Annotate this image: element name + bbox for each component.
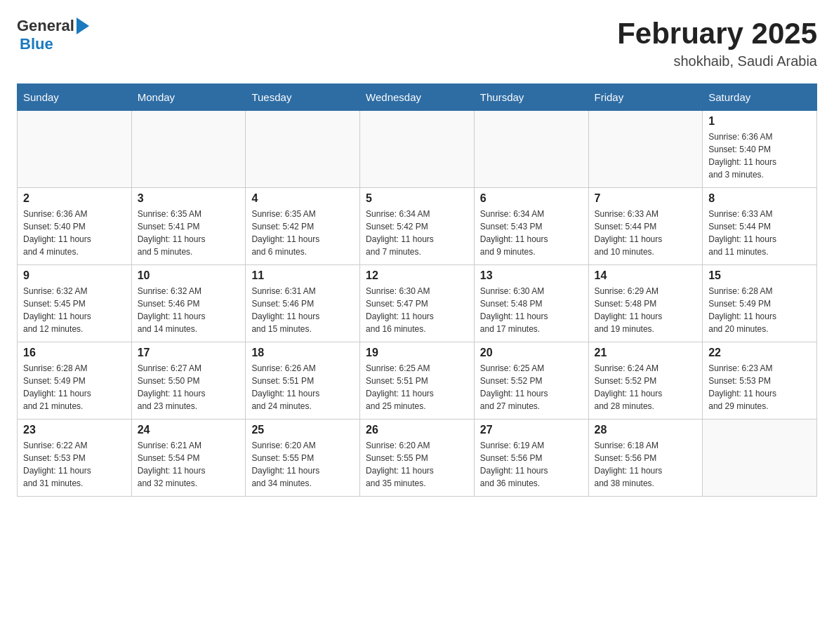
calendar-cell: 10Sunrise: 6:32 AM Sunset: 5:46 PM Dayli… [131,265,246,342]
calendar-cell: 6Sunrise: 6:34 AM Sunset: 5:43 PM Daylig… [474,188,588,265]
day-info: Sunrise: 6:24 AM Sunset: 5:52 PM Dayligh… [595,362,697,412]
calendar-cell: 27Sunrise: 6:19 AM Sunset: 5:56 PM Dayli… [474,420,588,497]
day-number: 10 [138,269,240,282]
day-info: Sunrise: 6:34 AM Sunset: 5:42 PM Dayligh… [366,208,468,258]
day-info: Sunrise: 6:30 AM Sunset: 5:47 PM Dayligh… [366,285,468,335]
calendar-cell [588,111,703,188]
day-number: 6 [480,192,583,205]
day-number: 3 [138,192,240,205]
day-number: 8 [708,192,811,205]
day-info: Sunrise: 6:30 AM Sunset: 5:48 PM Dayligh… [480,285,583,335]
day-number: 16 [23,347,126,359]
calendar-cell: 13Sunrise: 6:30 AM Sunset: 5:48 PM Dayli… [474,265,588,342]
day-info: Sunrise: 6:34 AM Sunset: 5:43 PM Dayligh… [480,208,583,258]
day-info: Sunrise: 6:32 AM Sunset: 5:45 PM Dayligh… [23,285,126,335]
day-number: 9 [23,269,126,282]
calendar-cell: 11Sunrise: 6:31 AM Sunset: 5:46 PM Dayli… [246,265,360,342]
month-title: February 2025 [617,17,817,51]
day-number: 23 [23,424,126,436]
weekday-header-thursday: Thursday [474,84,588,111]
calendar-table: SundayMondayTuesdayWednesdayThursdayFrid… [17,83,817,497]
day-number: 17 [138,347,240,359]
day-number: 27 [480,424,583,436]
calendar-cell: 19Sunrise: 6:25 AM Sunset: 5:51 PM Dayli… [360,342,475,420]
day-number: 19 [366,347,468,359]
page-header: General Blue February 2025 shokhaib, Sau… [17,17,817,69]
day-info: Sunrise: 6:18 AM Sunset: 5:56 PM Dayligh… [595,439,697,490]
weekday-header-wednesday: Wednesday [360,84,475,111]
calendar-cell: 22Sunrise: 6:23 AM Sunset: 5:53 PM Dayli… [703,342,817,420]
calendar-cell: 4Sunrise: 6:35 AM Sunset: 5:42 PM Daylig… [246,188,360,265]
calendar-cell [703,420,817,497]
day-number: 7 [595,192,697,205]
calendar-cell: 23Sunrise: 6:22 AM Sunset: 5:53 PM Dayli… [18,420,132,497]
calendar-cell: 9Sunrise: 6:32 AM Sunset: 5:45 PM Daylig… [18,265,132,342]
title-area: February 2025 shokhaib, Saudi Arabia [617,17,817,69]
calendar-cell [360,111,475,188]
calendar-cell: 3Sunrise: 6:35 AM Sunset: 5:41 PM Daylig… [131,188,246,265]
calendar-week-row: 2Sunrise: 6:36 AM Sunset: 5:40 PM Daylig… [18,188,817,265]
calendar-cell [474,111,588,188]
logo: General Blue [17,17,89,53]
day-number: 18 [251,347,354,359]
day-info: Sunrise: 6:20 AM Sunset: 5:55 PM Dayligh… [251,439,354,490]
day-info: Sunrise: 6:19 AM Sunset: 5:56 PM Dayligh… [480,439,583,490]
day-info: Sunrise: 6:36 AM Sunset: 5:40 PM Dayligh… [23,208,126,258]
calendar-week-row: 23Sunrise: 6:22 AM Sunset: 5:53 PM Dayli… [18,420,817,497]
calendar-cell: 14Sunrise: 6:29 AM Sunset: 5:48 PM Dayli… [588,265,703,342]
day-info: Sunrise: 6:33 AM Sunset: 5:44 PM Dayligh… [595,208,697,258]
calendar-week-row: 16Sunrise: 6:28 AM Sunset: 5:49 PM Dayli… [18,342,817,420]
day-number: 1 [708,115,811,128]
day-info: Sunrise: 6:35 AM Sunset: 5:41 PM Dayligh… [138,208,240,258]
day-info: Sunrise: 6:22 AM Sunset: 5:53 PM Dayligh… [23,439,126,490]
logo-general-text: General [17,17,74,35]
day-info: Sunrise: 6:29 AM Sunset: 5:48 PM Dayligh… [595,285,697,335]
day-info: Sunrise: 6:23 AM Sunset: 5:53 PM Dayligh… [708,362,811,412]
calendar-cell: 5Sunrise: 6:34 AM Sunset: 5:42 PM Daylig… [360,188,475,265]
day-info: Sunrise: 6:25 AM Sunset: 5:52 PM Dayligh… [480,362,583,412]
day-number: 11 [251,269,354,282]
calendar-cell [246,111,360,188]
weekday-header-tuesday: Tuesday [246,84,360,111]
calendar-cell: 20Sunrise: 6:25 AM Sunset: 5:52 PM Dayli… [474,342,588,420]
weekday-header-monday: Monday [131,84,246,111]
day-number: 26 [366,424,468,436]
logo-triangle-icon [77,18,89,34]
day-info: Sunrise: 6:20 AM Sunset: 5:55 PM Dayligh… [366,439,468,490]
calendar-header-row: SundayMondayTuesdayWednesdayThursdayFrid… [18,84,817,111]
day-number: 13 [480,269,583,282]
calendar-cell: 28Sunrise: 6:18 AM Sunset: 5:56 PM Dayli… [588,420,703,497]
day-number: 24 [138,424,240,436]
calendar-cell: 8Sunrise: 6:33 AM Sunset: 5:44 PM Daylig… [703,188,817,265]
day-number: 14 [595,269,697,282]
day-number: 22 [708,347,811,359]
calendar-cell: 2Sunrise: 6:36 AM Sunset: 5:40 PM Daylig… [18,188,132,265]
calendar-cell: 12Sunrise: 6:30 AM Sunset: 5:47 PM Dayli… [360,265,475,342]
day-info: Sunrise: 6:27 AM Sunset: 5:50 PM Dayligh… [138,362,240,412]
day-info: Sunrise: 6:35 AM Sunset: 5:42 PM Dayligh… [251,208,354,258]
calendar-week-row: 9Sunrise: 6:32 AM Sunset: 5:45 PM Daylig… [18,265,817,342]
day-info: Sunrise: 6:28 AM Sunset: 5:49 PM Dayligh… [23,362,126,412]
calendar-cell [131,111,246,188]
day-number: 2 [23,192,126,205]
day-number: 28 [595,424,697,436]
calendar-cell: 1Sunrise: 6:36 AM Sunset: 5:40 PM Daylig… [703,111,817,188]
calendar-cell: 18Sunrise: 6:26 AM Sunset: 5:51 PM Dayli… [246,342,360,420]
day-info: Sunrise: 6:26 AM Sunset: 5:51 PM Dayligh… [251,362,354,412]
calendar-week-row: 1Sunrise: 6:36 AM Sunset: 5:40 PM Daylig… [18,111,817,188]
calendar-cell: 24Sunrise: 6:21 AM Sunset: 5:54 PM Dayli… [131,420,246,497]
weekday-header-friday: Friday [588,84,703,111]
day-info: Sunrise: 6:36 AM Sunset: 5:40 PM Dayligh… [708,130,811,181]
day-number: 5 [366,192,468,205]
weekday-header-saturday: Saturday [703,84,817,111]
day-number: 4 [251,192,354,205]
calendar-cell: 17Sunrise: 6:27 AM Sunset: 5:50 PM Dayli… [131,342,246,420]
calendar-cell: 16Sunrise: 6:28 AM Sunset: 5:49 PM Dayli… [18,342,132,420]
location-subtitle: shokhaib, Saudi Arabia [617,53,817,69]
day-info: Sunrise: 6:28 AM Sunset: 5:49 PM Dayligh… [708,285,811,335]
day-info: Sunrise: 6:21 AM Sunset: 5:54 PM Dayligh… [138,439,240,490]
calendar-cell: 26Sunrise: 6:20 AM Sunset: 5:55 PM Dayli… [360,420,475,497]
calendar-cell [18,111,132,188]
day-info: Sunrise: 6:33 AM Sunset: 5:44 PM Dayligh… [708,208,811,258]
calendar-cell: 7Sunrise: 6:33 AM Sunset: 5:44 PM Daylig… [588,188,703,265]
